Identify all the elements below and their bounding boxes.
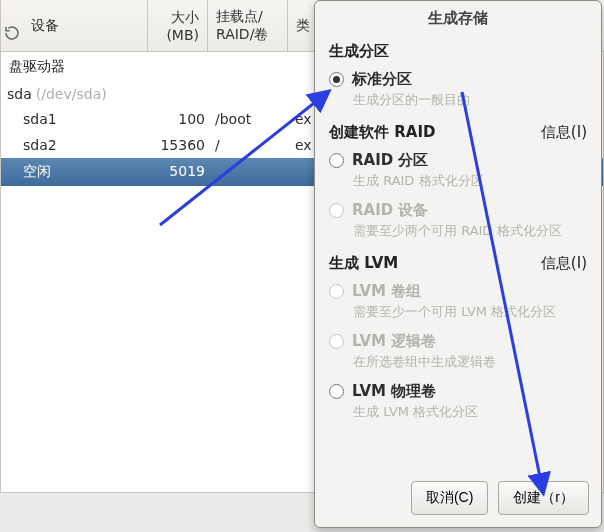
section-partition: 生成分区 [315,38,601,65]
option-lvm-lv: LVM 逻辑卷 [315,327,601,351]
section-lvm: 生成 LVM 信息(I) [315,250,601,277]
option-raid-device: RAID 设备 [315,196,601,220]
option-desc: 生成 RAID 格式化分区 [315,170,601,196]
option-desc: 需要至少一个可用 LVM 格式化分区 [315,301,601,327]
option-desc: 需要至少两个可用 RAID 格式化分区 [315,220,601,246]
option-desc: 生成分区的一般目的 [315,89,601,115]
radio-icon [329,334,344,349]
section-raid: 创建软件 RAID 信息(I) [315,119,601,146]
lvm-info-button[interactable]: 信息(I) [541,254,587,273]
create-storage-dialog: 生成存储 生成分区 标准分区 生成分区的一般目的 创建软件 RAID 信息(I)… [314,0,602,528]
col-device[interactable]: 设备 [0,0,148,51]
radio-icon [329,153,344,168]
refresh-icon [3,24,21,42]
radio-icon [329,72,344,87]
raid-info-button[interactable]: 信息(I) [541,123,587,142]
dialog-title: 生成存储 [315,1,601,34]
dialog-button-bar: 取消(C) 创建（r） [411,481,589,515]
col-mount[interactable]: 挂载点/ RAID/卷 [208,0,288,51]
col-size[interactable]: 大小 (MB) [148,0,208,51]
radio-icon [329,384,344,399]
option-raid-partition[interactable]: RAID 分区 [315,146,601,170]
radio-icon [329,203,344,218]
option-lvm-pv[interactable]: LVM 物理卷 [315,377,601,401]
option-desc: 在所选卷组中生成逻辑卷 [315,351,601,377]
radio-icon [329,284,344,299]
create-button[interactable]: 创建（r） [498,481,589,515]
cancel-button[interactable]: 取消(C) [411,481,488,515]
option-lvm-vg: LVM 卷组 [315,277,601,301]
option-desc: 生成 LVM 格式化分区 [315,401,601,427]
option-standard-partition[interactable]: 标准分区 [315,65,601,89]
